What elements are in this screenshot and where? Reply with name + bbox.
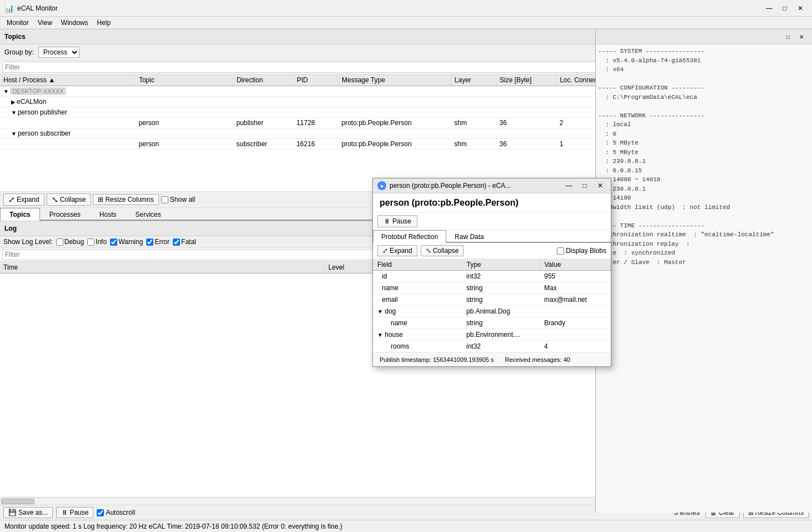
type-dog-name: string <box>462 317 540 329</box>
warning-checkbox[interactable]: Warning <box>110 238 143 246</box>
value-dog-name: Brandy <box>540 317 611 329</box>
dialog-data-container: Field Type Value id int32 955 name strin… <box>373 259 611 352</box>
menu-bar: Monitor View Windows Help <box>0 17 812 29</box>
close-button[interactable]: ✕ <box>793 3 808 14</box>
field-dog-name: name <box>373 317 462 329</box>
table-row[interactable]: name string Brandy <box>373 317 611 329</box>
log-col-time[interactable]: Time <box>0 262 325 274</box>
value-house <box>540 329 611 341</box>
tab-hosts[interactable]: Hosts <box>90 208 126 221</box>
debug-checkbox[interactable]: Debug <box>56 238 84 246</box>
col-type[interactable]: Type <box>462 259 540 271</box>
dialog-header: person (proto:pb.People.Person) <box>373 193 611 213</box>
tab-services[interactable]: Services <box>126 208 171 221</box>
maximize-button[interactable]: □ <box>778 3 792 14</box>
window-controls: — □ ✕ <box>762 3 808 14</box>
title-bar: 📊 eCAL Monitor — □ ✕ <box>0 0 812 17</box>
right-panel-controls: □ ✕ <box>782 32 808 42</box>
value-email: max@mail.net <box>540 294 611 306</box>
dialog-pause-toolbar: ⏸ Pause <box>373 213 611 230</box>
table-row[interactable]: email string max@mail.net <box>373 294 611 306</box>
dialog-tabs: Protobuf Reflection Raw Data <box>373 230 611 243</box>
resize-columns-button[interactable]: ⊞ Resize Columns <box>93 194 158 205</box>
menu-help[interactable]: Help <box>93 17 116 28</box>
publish-timestamp: Publish timestamp: 1563441009.193905 s <box>380 356 494 363</box>
display-blobs-checkbox[interactable]: Display Blobs <box>557 247 606 255</box>
tab-topics[interactable]: Topics <box>0 208 40 221</box>
save-as-button[interactable]: 💾 Save as... <box>3 507 53 518</box>
expand-icon[interactable]: ▼ <box>11 131 17 137</box>
col-size[interactable]: Size [Byte] <box>496 74 556 86</box>
dialog-title-bar: ● person (proto:pb.People.Person) - eCA.… <box>373 178 611 193</box>
right-panel-header: □ ✕ <box>596 29 812 44</box>
scrollbar-thumb[interactable] <box>1 499 34 504</box>
dialog-collapse-button[interactable]: ⤡ Collapse <box>421 245 464 256</box>
type-dog: pb.Animal.Dog <box>462 306 540 317</box>
received-messages: Received messages: 40 <box>505 356 570 363</box>
field-rooms: rooms <box>373 341 462 352</box>
type-rooms: int32 <box>462 341 540 352</box>
dialog-tab-raw[interactable]: Raw Data <box>446 230 492 243</box>
system-section: ----- SYSTEM ---------------- : v5.4.0-a… <box>598 47 810 267</box>
dialog-tab-protobuf[interactable]: Protobuf Reflection <box>373 230 446 243</box>
save-icon: 💾 <box>8 509 17 516</box>
show-log-level-label: Show Log Level: <box>3 238 53 246</box>
resize-icon: ⊞ <box>98 196 103 203</box>
table-row[interactable]: name string Max <box>373 282 611 294</box>
error-checkbox[interactable]: Error <box>146 238 170 246</box>
col-topic[interactable]: Topic <box>135 74 233 86</box>
col-pid[interactable]: PID <box>293 74 338 86</box>
right-panel: □ ✕ ----- SYSTEM ---------------- : v5.4… <box>595 29 812 513</box>
dialog-overlay: ● person (proto:pb.People.Person) - eCA.… <box>372 178 611 367</box>
menu-monitor[interactable]: Monitor <box>2 17 33 28</box>
field-id: id <box>373 271 462 282</box>
collapse-house-icon[interactable]: ▼ <box>377 332 383 338</box>
dialog-minimize-btn[interactable]: — <box>563 181 575 191</box>
app-title: eCAL Monitor <box>17 4 762 12</box>
type-email: string <box>462 294 540 306</box>
type-name: string <box>462 282 540 294</box>
right-restore-btn[interactable]: □ <box>782 32 794 42</box>
value-dog <box>540 306 611 317</box>
group-by-select[interactable]: Process Host Topic <box>38 47 79 58</box>
dialog-close-btn[interactable]: ✕ <box>594 181 606 191</box>
pause-icon: ⏸ <box>383 217 390 225</box>
expand-button[interactable]: ⤢ Expand <box>3 193 44 206</box>
collapse-dog-icon[interactable]: ▼ <box>377 309 383 315</box>
table-row[interactable]: id int32 955 <box>373 271 611 282</box>
col-value[interactable]: Value <box>540 259 611 271</box>
dialog-expand-button[interactable]: ⤢ Expand <box>377 245 417 256</box>
expand-icon[interactable]: ▼ <box>11 110 17 116</box>
expand-icon: ⤢ <box>8 195 15 204</box>
dialog-maximize-btn[interactable]: □ <box>579 181 591 191</box>
app-icon: 📊 <box>4 4 14 13</box>
table-row[interactable]: rooms int32 4 <box>373 341 611 352</box>
col-field[interactable]: Field <box>373 259 462 271</box>
collapse-icon: ⤡ <box>52 195 58 204</box>
col-message-type[interactable]: Message Type <box>338 74 451 86</box>
menu-view[interactable]: View <box>33 17 57 28</box>
fatal-checkbox[interactable]: Fatal <box>173 238 196 246</box>
menu-windows[interactable]: Windows <box>57 17 93 28</box>
col-host-process[interactable]: Host / Process ▲ <box>0 74 135 86</box>
pause-log-button[interactable]: ⏸ Pause <box>56 507 93 518</box>
tab-processes[interactable]: Processes <box>40 208 90 221</box>
minimize-button[interactable]: — <box>762 3 776 14</box>
status-text: Monitor update speed: 1 s Log frequency:… <box>4 523 342 530</box>
right-close-btn[interactable]: ✕ <box>795 32 808 42</box>
expand-icon[interactable]: ▼ <box>3 88 9 95</box>
col-layer[interactable]: Layer <box>451 74 496 86</box>
autoscroll-checkbox[interactable]: Autoscroll <box>97 509 135 516</box>
dialog-footer: Publish timestamp: 1563441009.193905 s R… <box>373 352 611 366</box>
dialog-title: person (proto:pb.People.Person) - eCA... <box>390 182 560 190</box>
collapse-button[interactable]: ⤡ Collapse <box>47 193 91 206</box>
status-bar: Monitor update speed: 1 s Log frequency:… <box>0 520 812 532</box>
col-direction[interactable]: Direction <box>233 74 293 86</box>
table-row[interactable]: ▼ dog pb.Animal.Dog <box>373 306 611 317</box>
show-all-checkbox[interactable]: Show all <box>161 196 195 203</box>
expand-icon[interactable]: ▶ <box>11 99 16 105</box>
table-row[interactable]: ▼ house pb.Environment.... <box>373 329 611 341</box>
dialog-pause-button[interactable]: ⏸ Pause <box>377 215 417 227</box>
info-checkbox[interactable]: Info <box>87 238 107 246</box>
dialog-icon: ● <box>377 181 386 190</box>
